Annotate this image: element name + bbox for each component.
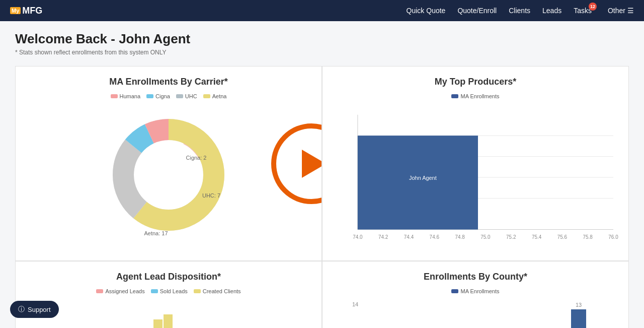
county-chart-area: 14 13 xyxy=(333,299,618,328)
legend-aetna: Aetna xyxy=(203,93,227,99)
legend-county-ma-dot xyxy=(451,289,458,293)
label-uhc: UHC: 7 xyxy=(202,192,220,199)
navigation: My MFG Quick Quote Quote/Enroll Clients … xyxy=(0,0,644,21)
x-label-746: 74.6 xyxy=(430,234,440,240)
legend-humana: Humana xyxy=(111,93,141,99)
support-label: Support xyxy=(28,306,51,313)
play-icon xyxy=(302,150,322,178)
enrollments-county-title: Enrollments By County* xyxy=(333,272,618,282)
agent-lead-card: Agent Lead Disposition* Assigned Leads S… xyxy=(15,261,322,328)
legend-created-dot xyxy=(194,289,201,293)
x-label-758: 75.8 xyxy=(583,234,593,240)
legend-uhc-dot xyxy=(176,94,183,98)
support-button[interactable]: ⓘ Support xyxy=(10,301,59,318)
x-label-760: 76.0 xyxy=(608,234,618,240)
logo-mfg: MFG xyxy=(22,6,42,16)
x-label-754: 75.4 xyxy=(532,234,542,240)
top-producers-card: My Top Producers* MA Enrollments xyxy=(322,66,629,261)
top-producers-legend: MA Enrollments xyxy=(333,93,618,99)
page-content: Welcome Back - John Agent * Stats shown … xyxy=(0,21,644,328)
x-label-750: 75.0 xyxy=(480,234,491,240)
stub-bar-created xyxy=(153,319,163,328)
logo-my: My xyxy=(10,7,21,14)
bar-john-agent xyxy=(358,136,478,229)
bar-label: John Agent xyxy=(409,175,437,181)
legend-ma-enrollments: MA Enrollments xyxy=(451,93,499,99)
tasks-badge: 12 xyxy=(589,3,597,11)
legend-county-ma-label: MA Enrollments xyxy=(460,288,499,294)
x-label-748: 74.8 xyxy=(455,234,465,240)
legend-humana-dot xyxy=(111,94,118,98)
legend-sold: Sold Leads xyxy=(151,288,188,294)
legend-aetna-dot xyxy=(203,94,210,98)
hamburger-icon: ☰ xyxy=(627,7,634,15)
agent-lead-chart-area xyxy=(26,299,311,328)
nav-other-label: Other xyxy=(608,7,625,15)
county-bar xyxy=(571,309,586,328)
legend-sold-label: Sold Leads xyxy=(160,288,188,294)
legend-uhc: UHC xyxy=(176,93,197,99)
bar-chart-svg: John Agent 74.0 74.2 74.4 74.6 74.8 75.0… xyxy=(338,104,618,250)
support-icon: ⓘ xyxy=(18,305,25,314)
legend-ma-label: MA Enrollments xyxy=(460,93,499,99)
label-cigna: Cigna: 2 xyxy=(186,155,207,161)
legend-created-label: Created Clients xyxy=(203,288,241,294)
donut-chart-title: MA Enrollments By Carrier* xyxy=(26,77,311,87)
donut-chart-card: MA Enrollments By Carrier* Humana Cigna … xyxy=(15,66,322,261)
x-label-742: 74.2 xyxy=(378,234,388,240)
legend-county-ma: MA Enrollments xyxy=(451,288,499,294)
y-label-14: 14 xyxy=(352,301,358,307)
donut-wrap: Aetna: 17 UHC: 7 Cigna: 2 xyxy=(26,104,311,245)
legend-cigna: Cigna xyxy=(146,93,170,99)
x-label-744: 74.4 xyxy=(404,234,414,240)
agent-lead-svg xyxy=(26,299,311,328)
legend-ma-dot xyxy=(451,94,458,98)
x-label-752: 75.2 xyxy=(506,234,516,240)
bar-value-13: 13 xyxy=(576,302,582,308)
bar-chart-wrap: John Agent 74.0 74.2 74.4 74.6 74.8 75.0… xyxy=(333,104,618,250)
nav-tasks-wrap: Tasks 12 xyxy=(574,7,592,15)
agent-lead-title: Agent Lead Disposition* xyxy=(26,272,311,282)
legend-assigned: Assigned Leads xyxy=(96,288,144,294)
legend-assigned-dot xyxy=(96,289,103,293)
legend-cigna-dot xyxy=(146,94,153,98)
enrollments-county-legend: MA Enrollments xyxy=(333,288,618,294)
nav-other[interactable]: Other ☰ xyxy=(608,7,634,15)
nav-quote-enroll[interactable]: Quote/Enroll xyxy=(457,7,497,15)
donut-svg: Aetna: 17 UHC: 7 Cigna: 2 xyxy=(103,109,234,240)
dashboard-grid: MA Enrollments By Carrier* Humana Cigna … xyxy=(15,66,629,328)
legend-humana-label: Humana xyxy=(120,93,141,99)
legend-cigna-label: Cigna xyxy=(155,93,170,99)
legend-sold-dot xyxy=(151,289,158,293)
agent-lead-legend: Assigned Leads Sold Leads Created Client… xyxy=(26,288,311,294)
legend-aetna-label: Aetna xyxy=(212,93,227,99)
donut-chart-group xyxy=(123,129,214,220)
welcome-title: Welcome Back - John Agent xyxy=(15,31,629,47)
logo[interactable]: My MFG xyxy=(10,6,42,16)
label-aetna: Aetna: 17 xyxy=(144,230,168,236)
nav-links: Quick Quote Quote/Enroll Clients Leads T… xyxy=(407,7,634,15)
x-label-756: 75.6 xyxy=(557,234,568,240)
nav-leads[interactable]: Leads xyxy=(542,7,561,15)
welcome-sub: * Stats shown reflect enrollments from t… xyxy=(15,49,629,56)
donut-center xyxy=(134,141,203,209)
enrollments-county-card: Enrollments By County* MA Enrollments 14… xyxy=(322,261,629,328)
x-label-740: 74.0 xyxy=(353,234,363,240)
legend-assigned-label: Assigned Leads xyxy=(105,288,144,294)
donut-legend: Humana Cigna UHC Aetna xyxy=(26,93,311,99)
legend-created: Created Clients xyxy=(194,288,241,294)
top-producers-title: My Top Producers* xyxy=(333,77,618,87)
nav-quick-quote[interactable]: Quick Quote xyxy=(407,7,446,15)
legend-uhc-label: UHC xyxy=(185,93,197,99)
nav-clients[interactable]: Clients xyxy=(509,7,530,15)
county-svg: 14 13 xyxy=(333,299,618,328)
stub-bar-created2 xyxy=(164,314,173,328)
